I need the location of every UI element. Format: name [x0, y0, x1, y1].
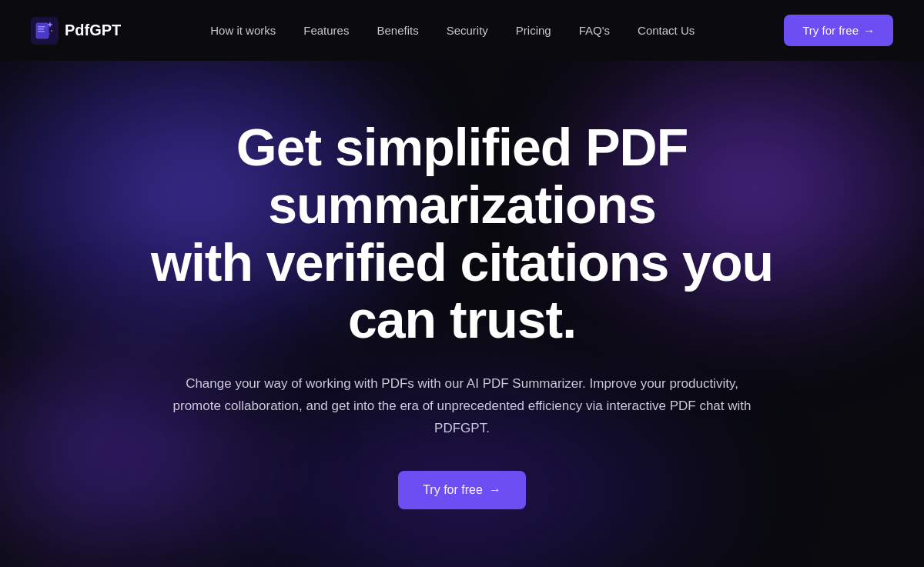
hero-title-line2: with verified citations you can trust. [151, 233, 773, 349]
svg-rect-3 [38, 28, 44, 30]
nav-links: How it works Features Benefits Security … [210, 24, 695, 38]
hero-section: Get simplified PDF summarizations with v… [0, 61, 924, 567]
logo-text: PdfGPT [65, 22, 121, 39]
svg-rect-4 [38, 31, 45, 32]
svg-rect-2 [38, 26, 45, 28]
hero-cta-button[interactable]: Try for free → [398, 471, 526, 509]
hero-cta-label: Try for free [423, 483, 483, 497]
hero-title-line1: Get simplified PDF summarizations [236, 118, 688, 234]
nav-security[interactable]: Security [447, 24, 488, 37]
svg-point-5 [51, 30, 52, 32]
hero-cta-arrow: → [489, 483, 501, 497]
nav-cta-button[interactable]: Try for free → [784, 15, 893, 46]
hero-content: Get simplified PDF summarizations with v… [116, 118, 808, 509]
logo-link[interactable]: PdfGPT [31, 17, 121, 45]
nav-contact[interactable]: Contact Us [638, 24, 695, 37]
logo-icon [31, 17, 59, 45]
navbar: PdfGPT How it works Features Benefits Se… [0, 0, 924, 61]
hero-subtitle: Change your way of working with PDFs wit… [162, 373, 762, 440]
nav-how-it-works[interactable]: How it works [210, 24, 276, 37]
svg-point-6 [49, 33, 49, 34]
hero-title: Get simplified PDF summarizations with v… [116, 118, 808, 349]
nav-cta-arrow: → [863, 24, 875, 37]
nav-faqs[interactable]: FAQ's [579, 24, 610, 37]
nav-benefits[interactable]: Benefits [377, 24, 418, 37]
nav-pricing[interactable]: Pricing [516, 24, 551, 37]
nav-cta-label: Try for free [802, 24, 859, 37]
nav-features[interactable]: Features [303, 24, 349, 37]
